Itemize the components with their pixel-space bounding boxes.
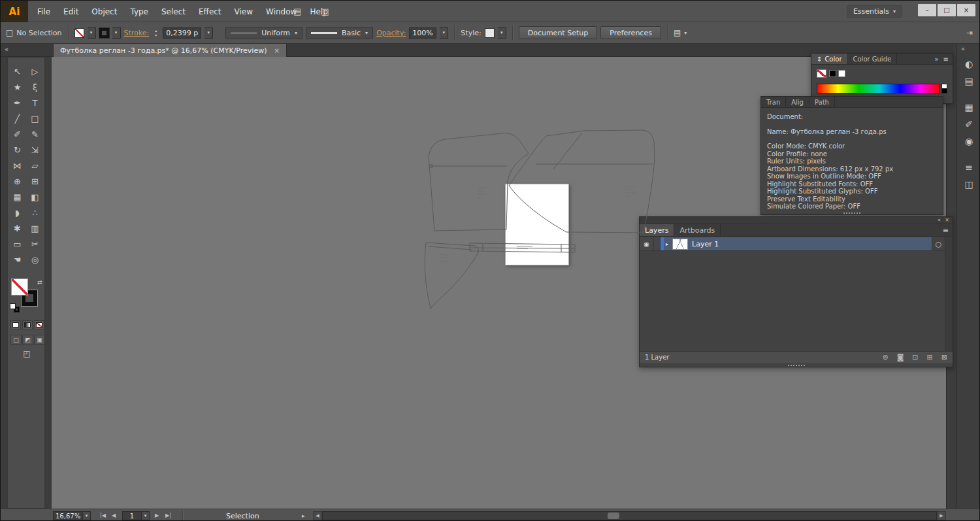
type-tool[interactable]: T — [26, 95, 44, 110]
opacity-label[interactable]: Opacity: — [376, 29, 406, 37]
first-artboard-button[interactable]: |◀ — [100, 513, 106, 518]
arrange-documents-icon[interactable]: ◫ — [321, 7, 329, 16]
brush-definition-select[interactable]: Basic ▾ — [306, 27, 373, 39]
screen-mode-button[interactable]: ◰ — [8, 349, 46, 358]
status-flyout-icon[interactable]: ▸ — [302, 513, 305, 519]
close-button[interactable]: × — [957, 4, 975, 16]
pen-tool[interactable]: ✒ — [8, 95, 26, 110]
color-mode-button[interactable] — [10, 320, 21, 329]
opacity-dropdown-icon[interactable]: ▾ — [440, 27, 448, 39]
color-guide-panel-icon[interactable]: ▤ — [959, 73, 979, 90]
minimize-button[interactable]: – — [918, 4, 936, 16]
rectangle-tool[interactable]: □ — [26, 110, 44, 126]
free-transform-tool[interactable]: ▱ — [26, 158, 44, 173]
draw-normal-button[interactable]: □ — [10, 335, 22, 345]
bridge-icon[interactable]: ▤ — [293, 7, 301, 16]
direct-selection-tool[interactable]: ▷ — [26, 63, 44, 79]
appearance-panel-icon[interactable]: ◫ — [959, 176, 979, 193]
stroke-color-dropdown-icon[interactable]: ▾ — [112, 27, 121, 39]
menu-file[interactable]: File — [31, 7, 57, 16]
gradient-tool[interactable]: ◧ — [26, 189, 44, 205]
toolbar-collapse-icon[interactable]: « — [5, 46, 8, 53]
magic-wand-tool[interactable]: ★ — [8, 79, 26, 95]
align-options-icon[interactable]: ▤ — [674, 28, 681, 37]
slice-tool[interactable]: ✂ — [26, 236, 44, 252]
width-tool[interactable]: ⋈ — [8, 158, 26, 173]
style-dropdown-icon[interactable]: ▾ — [498, 27, 506, 39]
zoom-level-input[interactable]: 16,67% — [53, 511, 83, 520]
stroke-weight-input[interactable]: 0,2399 p — [163, 27, 201, 39]
menu-edit[interactable]: Edit — [57, 7, 85, 16]
color-panel-icon[interactable]: ◐ — [959, 56, 979, 73]
scroll-left-button[interactable]: ◀ — [313, 511, 322, 520]
zoom-tool[interactable]: ◎ — [26, 252, 44, 267]
last-artboard-button[interactable]: ▶| — [165, 513, 171, 518]
style-swatch[interactable] — [485, 28, 495, 38]
symbol-sprayer-tool[interactable]: ✱ — [8, 220, 26, 236]
document-tab-close-icon[interactable]: × — [274, 47, 279, 54]
draw-inside-button[interactable]: ▣ — [34, 335, 45, 345]
artboard-tool[interactable]: ▭ — [8, 236, 26, 252]
rotate-tool[interactable]: ↻ — [8, 142, 26, 158]
stepper-up-icon[interactable]: ▴ — [155, 28, 157, 33]
scale-tool[interactable]: ⇲ — [26, 142, 44, 158]
fill-color-swatch[interactable] — [74, 28, 84, 38]
stroke-label[interactable]: Stroke: — [124, 29, 150, 37]
brushes-panel-icon[interactable]: ✐ — [959, 116, 979, 133]
draw-behind-button[interactable]: ◩ — [22, 335, 33, 345]
preferences-button[interactable]: Preferences — [600, 26, 661, 39]
horizontal-scrollbar[interactable] — [322, 511, 937, 520]
workspace-switcher[interactable]: Essentials ▾ — [847, 5, 902, 18]
align-options-dropdown-icon[interactable]: ▾ — [684, 30, 687, 36]
blend-tool[interactable]: ∴ — [26, 205, 44, 220]
stepper-down-icon[interactable]: ▾ — [155, 33, 157, 37]
perspective-grid-tool[interactable]: ⊞ — [26, 173, 44, 189]
lasso-tool[interactable]: ξ — [26, 79, 44, 95]
stroke-panel-icon[interactable]: ≡ — [959, 159, 979, 176]
shape-builder-tool[interactable]: ⊕ — [8, 173, 26, 189]
scroll-right-button[interactable]: ▶ — [937, 511, 946, 520]
fill-color-well[interactable] — [11, 278, 28, 295]
column-graph-tool[interactable]: ▥ — [26, 220, 44, 236]
pencil-tool[interactable]: ✎ — [26, 126, 44, 142]
stroke-weight-dropdown-icon[interactable]: ▾ — [204, 27, 213, 39]
maximize-button[interactable]: □ — [938, 4, 956, 16]
fill-color-dropdown-icon[interactable]: ▾ — [88, 27, 96, 39]
canvas[interactable] — [52, 57, 946, 509]
paintbrush-tool[interactable]: ✐ — [8, 126, 26, 142]
default-fill-stroke-icon[interactable] — [10, 303, 20, 312]
dock-expand-icon[interactable]: « — [961, 45, 965, 52]
variable-width-profile-select[interactable]: Uniform ▾ — [225, 27, 302, 39]
horizontal-scrollbar-thumb[interactable] — [608, 513, 619, 519]
menu-view[interactable]: View — [228, 7, 259, 16]
control-bar-menu-icon[interactable]: ⇥ — [966, 28, 973, 37]
selection-tool[interactable]: ↖ — [8, 63, 26, 79]
opacity-input[interactable]: 100% — [409, 27, 436, 39]
next-artboard-button[interactable]: ▶ — [155, 513, 159, 518]
menu-object[interactable]: Object — [85, 7, 123, 16]
gradient-mode-button[interactable] — [22, 320, 33, 329]
symbols-panel-icon[interactable]: ◉ — [959, 133, 979, 150]
line-segment-tool[interactable]: ╱ — [8, 110, 26, 126]
pattern-piece-sleeve[interactable] — [425, 243, 478, 309]
menu-help[interactable]: Help — [303, 7, 334, 16]
previous-artboard-button[interactable]: ◀ — [112, 513, 116, 518]
artboard-number-input[interactable]: 1 — [122, 511, 142, 520]
pattern-piece-back[interactable] — [429, 133, 529, 231]
menu-effect[interactable]: Effect — [192, 7, 228, 16]
menu-select[interactable]: Select — [155, 7, 192, 16]
eyedropper-tool[interactable]: ◗ — [8, 205, 26, 220]
menu-type[interactable]: Type — [123, 7, 155, 16]
mesh-tool[interactable]: ▦ — [8, 189, 26, 205]
artboard-dropdown-icon[interactable]: ▾ — [142, 511, 150, 520]
document-setup-button[interactable]: Document Setup — [519, 26, 598, 39]
hand-tool[interactable]: ☚ — [8, 252, 26, 267]
stroke-weight-stepper[interactable]: ▴ ▾ — [152, 28, 159, 37]
pattern-piece-front[interactable] — [509, 130, 655, 233]
zoom-dropdown-icon[interactable]: ▾ — [83, 511, 91, 520]
stroke-color-swatch[interactable] — [99, 28, 109, 38]
swatches-panel-icon[interactable]: ▦ — [959, 99, 979, 116]
none-mode-button[interactable] — [34, 320, 44, 329]
document-tab[interactable]: Футболка реглан -3 года.ps* @ 16,67% (CM… — [53, 44, 287, 57]
swap-fill-stroke-icon[interactable]: ⇄ — [37, 279, 42, 286]
